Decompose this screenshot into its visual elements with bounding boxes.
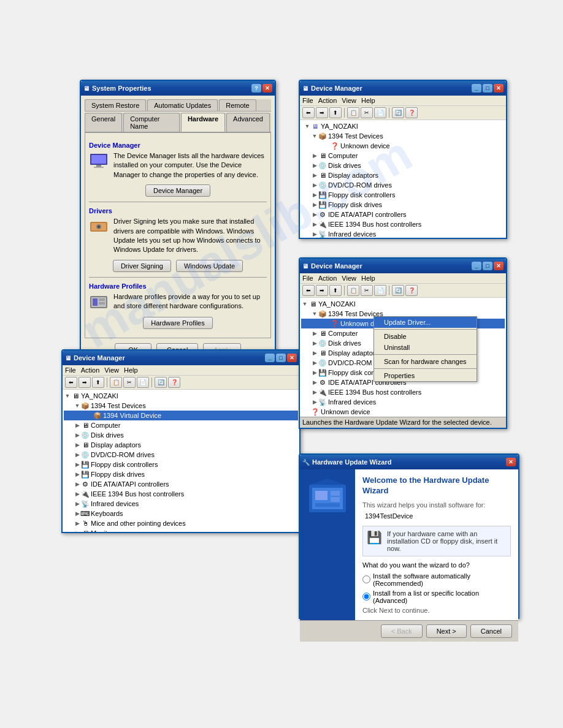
ctx-tb-2[interactable]: ➡ xyxy=(316,285,328,296)
tb-btn-4[interactable]: 📋 xyxy=(347,107,359,118)
ctx-disable[interactable]: Disable xyxy=(374,331,477,342)
maximize-button[interactable]: □ xyxy=(483,84,492,93)
bl-mice[interactable]: ▶ 🖱 Mice and other pointing devices xyxy=(64,518,298,528)
ctx-tb-7[interactable]: 🔄 xyxy=(392,285,404,296)
ctx-maximize[interactable]: □ xyxy=(483,262,492,270)
tree-toggle-floppy-ctrl[interactable]: ▶ xyxy=(311,191,318,199)
driver-signing-button[interactable]: Driver Signing xyxy=(113,260,171,272)
tb-btn-8[interactable]: ❓ xyxy=(405,107,418,118)
radio-auto[interactable] xyxy=(362,575,370,583)
ctx-menu-action[interactable]: Action xyxy=(318,275,337,282)
bl-menu-view[interactable]: View xyxy=(104,366,119,374)
tb-btn-2[interactable]: ➡ xyxy=(316,107,328,118)
ctx-toggle-floppy[interactable]: ▶ xyxy=(311,369,318,376)
menu-help[interactable]: Help xyxy=(361,97,375,104)
tab-hardware[interactable]: Hardware xyxy=(181,113,225,132)
ctx-tb-4[interactable]: 📋 xyxy=(347,285,359,296)
bl-toggle-1394[interactable]: ▼ xyxy=(74,402,81,409)
tree-disk[interactable]: ▶ 💿 Disk drives xyxy=(301,161,505,170)
bl-tree-root[interactable]: ▼ 🖥 YA_NOZAKI xyxy=(64,391,298,401)
bl-toggle-mice[interactable]: ▶ xyxy=(74,520,81,527)
ctx-infrared[interactable]: ▶ 📡 Infrared devices xyxy=(301,397,505,407)
tb-btn-5[interactable]: ✂ xyxy=(361,107,373,118)
wizard-back-button[interactable]: < Back xyxy=(381,624,423,638)
tree-floppy-drv[interactable]: ▶ 💾 Floppy disk drives xyxy=(301,200,505,210)
ctx-toggle-ide[interactable]: ▶ xyxy=(311,379,318,386)
bl-close[interactable]: ✕ xyxy=(287,354,297,362)
ctx-toggle-ieee[interactable]: ▶ xyxy=(311,389,318,396)
tree-infrared[interactable]: ▶ 📡 Infrared devices xyxy=(301,229,505,238)
tab-automatic-updates[interactable]: Automatic Updates xyxy=(147,99,218,111)
ctx-toggle-infrared[interactable]: ▶ xyxy=(311,398,318,406)
bl-toggle-floppy[interactable]: ▶ xyxy=(74,461,81,468)
tree-toggle-infrared[interactable]: ▶ xyxy=(311,230,318,238)
wizard-next-button[interactable]: Next > xyxy=(426,624,467,638)
wizard-cancel-button[interactable]: Cancel xyxy=(470,624,512,638)
bl-toggle-dvd[interactable]: ▶ xyxy=(74,451,81,458)
bl-disk[interactable]: ▶ 💿 Disk drives xyxy=(64,430,298,440)
bl-monitors[interactable]: ▶ 🖥 Monitors xyxy=(64,528,298,532)
ctx-unknown-2[interactable]: ❓ Unknown device xyxy=(301,407,505,417)
ctx-update-driver[interactable]: Update Driver... xyxy=(374,317,477,328)
bl-maximize[interactable]: □ xyxy=(276,354,286,362)
bl-toggle-mon[interactable]: ▶ xyxy=(74,529,81,532)
bl-menu-file[interactable]: File xyxy=(65,366,76,374)
ctx-menu-file[interactable]: File xyxy=(302,275,313,282)
root-toggle[interactable]: ▼ xyxy=(304,123,311,130)
bl-tb-6[interactable]: 📄 xyxy=(137,377,149,388)
menu-file[interactable]: File xyxy=(302,97,313,104)
tb-btn-3[interactable]: ⬆ xyxy=(329,107,342,118)
minimize-button[interactable]: _ xyxy=(472,84,481,93)
tb-btn-1[interactable]: ⬅ xyxy=(302,107,315,118)
bl-toggle-ieee[interactable]: ▶ xyxy=(74,490,81,498)
tree-toggle-disk[interactable]: ▶ xyxy=(311,162,318,169)
ctx-close[interactable]: ✕ xyxy=(494,262,504,270)
ctx-tb-6[interactable]: 📄 xyxy=(374,285,386,296)
bl-menu-help[interactable]: Help xyxy=(124,366,138,374)
tree-root[interactable]: ▼ 🖥 YA_NOZAKI xyxy=(301,121,505,131)
bl-tb-8[interactable]: ❓ xyxy=(168,377,180,388)
tree-1394-devices[interactable]: ▼ 📦 1394 Test Devices xyxy=(301,131,505,141)
bl-toggle-computer[interactable]: ▶ xyxy=(74,422,81,429)
ctx-toggle-disk[interactable]: ▶ xyxy=(311,339,318,347)
tree-ieee[interactable]: ▶ 🔌 IEEE 1394 Bus host controllers xyxy=(301,219,505,229)
ctx-toggle-computer[interactable]: ▶ xyxy=(311,330,318,337)
tab-general[interactable]: General xyxy=(85,113,122,132)
bl-ide[interactable]: ▶ ⚙ IDE ATA/ATAPI controllers xyxy=(64,479,298,489)
ctx-root-toggle[interactable]: ▼ xyxy=(301,300,308,308)
menu-view[interactable]: View xyxy=(342,97,356,104)
bl-infrared[interactable]: ▶ 📡 Infrared devices xyxy=(64,499,298,509)
bl-toggle-infrared[interactable]: ▶ xyxy=(74,500,81,507)
bl-ieee[interactable]: ▶ 🔌 IEEE 1394 Bus host controllers xyxy=(64,489,298,499)
tree-floppy-ctrl[interactable]: ▶ 💾 Floppy disk controllers xyxy=(301,190,505,200)
tree-unknown-1[interactable]: ❓ Unknown device xyxy=(301,141,505,151)
ctx-ieee[interactable]: ▶ 🔌 IEEE 1394 Bus host controllers xyxy=(301,387,505,397)
bl-toggle-display[interactable]: ▶ xyxy=(74,441,81,449)
bl-floppy-drv[interactable]: ▶ 💾 Floppy disk drives xyxy=(64,469,298,479)
tree-toggle-computer[interactable]: ▶ xyxy=(311,152,318,159)
tree-toggle-ide[interactable]: ▶ xyxy=(311,211,318,218)
bl-toggle-ide[interactable]: ▶ xyxy=(74,480,81,488)
tree-toggle-1394[interactable]: ▼ xyxy=(311,132,318,140)
close-button[interactable]: ✕ xyxy=(262,84,272,93)
tb-btn-6[interactable]: 📄 xyxy=(374,107,386,118)
bl-1394-virtual[interactable]: 📦 1394 Virtual Device xyxy=(64,411,298,420)
ctx-scan[interactable]: Scan for hardware changes xyxy=(374,356,477,367)
bl-tb-1[interactable]: ⬅ xyxy=(65,377,77,388)
bl-floppy-ctrl[interactable]: ▶ 💾 Floppy disk controllers xyxy=(64,460,298,469)
ctx-toggle-dvd[interactable]: ▶ xyxy=(311,359,318,366)
ctx-tb-1[interactable]: ⬅ xyxy=(302,285,315,296)
bl-tb-2[interactable]: ➡ xyxy=(79,377,91,388)
tree-toggle-display[interactable]: ▶ xyxy=(311,172,318,179)
tree-computer[interactable]: ▶ 🖥 Computer xyxy=(301,151,505,161)
tb-btn-7[interactable]: 🔄 xyxy=(392,107,404,118)
tab-remote[interactable]: Remote xyxy=(219,99,256,111)
help-button[interactable]: ? xyxy=(251,84,261,93)
bl-tb-7[interactable]: 🔄 xyxy=(155,377,167,388)
bl-toggle-disk[interactable]: ▶ xyxy=(74,431,81,439)
radio-specific[interactable] xyxy=(362,593,370,601)
tab-computer-name[interactable]: Computer Name xyxy=(123,113,180,132)
bl-minimize[interactable]: _ xyxy=(265,354,275,362)
hw-wizard-close[interactable]: ✕ xyxy=(506,458,516,466)
bl-computer[interactable]: ▶ 🖥 Computer xyxy=(64,420,298,430)
